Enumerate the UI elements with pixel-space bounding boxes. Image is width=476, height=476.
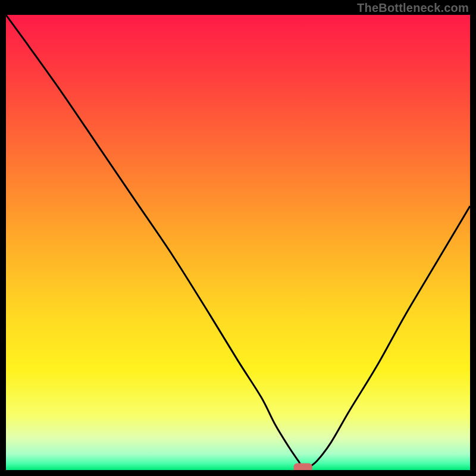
gradient-background — [6, 15, 470, 470]
chart-frame — [6, 15, 470, 470]
bottleneck-chart — [6, 15, 470, 470]
optimal-marker — [294, 464, 312, 470]
watermark-text: TheBottleneck.com — [357, 1, 469, 15]
